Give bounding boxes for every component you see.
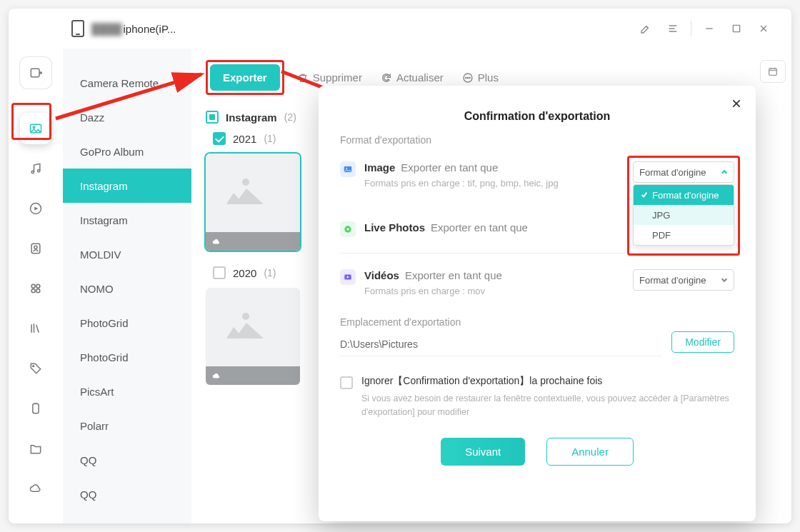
export-button[interactable]: Exporter — [210, 64, 280, 91]
svg-rect-19 — [769, 69, 777, 75]
rail-tag-icon[interactable] — [20, 353, 51, 384]
calendar-button[interactable] — [760, 60, 786, 83]
album-item-photogrid-2[interactable]: PhotoGrid — [63, 340, 191, 374]
album-item-qq-2[interactable]: QQ — [63, 477, 191, 511]
option-label: PDF — [652, 230, 671, 241]
dropdown-option-origin[interactable]: Format d'origine — [634, 185, 734, 205]
rail-cloud-icon[interactable] — [20, 473, 51, 504]
album-label: PhotoGrid — [80, 317, 129, 329]
delete-button[interactable]: Supprimer — [291, 67, 368, 88]
export-confirmation-dialog: Confirmation d'exportation Format d'expo… — [319, 86, 756, 521]
close-dialog-button[interactable] — [727, 94, 746, 113]
thumbnail-image — [206, 288, 300, 366]
image-format-dropdown[interactable]: Format d'origine — [633, 161, 734, 183]
album-item-picsart[interactable]: PicsArt — [63, 374, 191, 408]
modify-location-button[interactable]: Modifier — [671, 331, 734, 353]
album-item-polarr[interactable]: Polarr — [63, 408, 191, 443]
svg-point-5 — [38, 170, 40, 172]
video-icon — [340, 269, 356, 285]
svg-point-16 — [465, 77, 466, 78]
maximize-button[interactable] — [723, 15, 750, 42]
thumbnail-cloud-badge — [206, 366, 300, 385]
group-title: Instagram — [226, 111, 277, 124]
album-label: PicsArt — [80, 386, 114, 398]
checkbox-indeterminate[interactable] — [206, 111, 219, 124]
album-item-instagram-selected[interactable]: Instagram — [63, 169, 191, 203]
photo-thumbnail-selected[interactable] — [206, 154, 300, 251]
year-count: (1) — [264, 267, 276, 278]
titlebar: ████iphone(iP... — [9, 9, 791, 49]
image-format-dropdown-menu: Format d'origine JPG PDF — [633, 184, 734, 246]
minimize-button[interactable] — [696, 15, 723, 42]
image-icon — [340, 161, 356, 177]
album-list: Camera Remote Dazz GoPro Album Instagram… — [63, 49, 191, 523]
album-label: QQ — [80, 454, 96, 466]
next-button[interactable]: Suivant — [441, 438, 525, 466]
album-item-dazz[interactable]: Dazz — [63, 100, 191, 134]
rail-photos-icon[interactable] — [20, 113, 51, 144]
dropdown-selected-label: Format d'origine — [639, 167, 706, 178]
list-icon[interactable] — [659, 15, 686, 42]
device-name-hidden: ████ — [91, 23, 122, 35]
rail-storage-icon[interactable] — [20, 393, 51, 424]
year-label: 2021 — [233, 133, 256, 145]
rail-back-icon[interactable] — [20, 57, 51, 89]
svg-point-12 — [36, 289, 40, 293]
rail-apps-icon[interactable] — [20, 273, 51, 304]
phone-icon — [71, 20, 84, 37]
image-row-title: ImageExporter en tant que — [364, 161, 624, 174]
rail-books-icon[interactable] — [20, 313, 51, 344]
dropdown-option-pdf[interactable]: PDF — [634, 225, 734, 245]
svg-rect-0 — [733, 25, 739, 31]
album-item-nomo[interactable]: NOMO — [63, 271, 191, 306]
cancel-button[interactable]: Annuler — [546, 438, 634, 466]
close-window-button[interactable] — [750, 15, 777, 42]
video-format-dropdown[interactable]: Format d'origine — [633, 269, 734, 291]
device-name: ████iphone(iP... — [91, 23, 176, 35]
album-item-gopro[interactable]: GoPro Album — [63, 134, 191, 169]
album-label: GoPro Album — [80, 146, 144, 158]
album-label: Instagram — [80, 214, 128, 226]
more-button[interactable]: Plus — [456, 67, 504, 88]
dialog-title: Confirmation d'exportation — [340, 110, 734, 123]
rail-video-icon[interactable] — [20, 193, 51, 224]
ignore-checkbox[interactable] — [340, 376, 353, 389]
checkbox-checked[interactable] — [213, 132, 226, 145]
image-row-hint: Formats pris en charge : tif, png, bmp, … — [364, 178, 624, 189]
divider — [691, 21, 691, 36]
location-section-label: Emplacement d'exportation — [340, 316, 734, 328]
export-location-input[interactable] — [340, 332, 661, 356]
year-label: 2020 — [233, 267, 256, 279]
dropdown-selected-label: Format d'origine — [639, 275, 706, 286]
album-item-qq-1[interactable]: QQ — [63, 443, 191, 477]
nav-rail — [9, 49, 63, 523]
svg-point-17 — [467, 77, 468, 78]
format-row-video: VidéosExporter en tant que Formats pris … — [340, 269, 734, 296]
refresh-label: Actualiser — [396, 71, 444, 84]
rail-music-icon[interactable] — [20, 153, 51, 184]
album-label: Dazz — [80, 111, 104, 124]
option-label: Format d'origine — [652, 190, 719, 201]
svg-point-13 — [33, 366, 34, 367]
album-item-photogrid-1[interactable]: PhotoGrid — [63, 306, 191, 340]
refresh-button[interactable]: Actualiser — [375, 67, 449, 88]
thumbnail-image — [206, 154, 300, 232]
rail-files-icon[interactable] — [20, 433, 51, 464]
album-item-moldiv[interactable]: MOLDIV — [63, 237, 191, 271]
album-label: Instagram — [80, 180, 128, 192]
album-item-instagram-2[interactable]: Instagram — [63, 203, 191, 237]
photo-thumbnail[interactable] — [206, 288, 300, 385]
ignore-confirmation-row: Ignorer【Confirmation d'exportation】la pr… — [340, 375, 734, 419]
live-photos-icon — [340, 221, 356, 237]
svg-point-8 — [34, 246, 37, 249]
checkbox-unchecked[interactable] — [213, 266, 226, 279]
album-item-camera-remote[interactable]: Camera Remote — [63, 66, 191, 100]
delete-label: Supprimer — [313, 71, 362, 84]
edit-icon[interactable] — [632, 15, 659, 42]
svg-point-3 — [33, 126, 35, 129]
svg-point-10 — [36, 284, 40, 288]
dropdown-option-jpg[interactable]: JPG — [634, 205, 734, 225]
svg-point-4 — [31, 171, 34, 173]
rail-contacts-icon[interactable] — [20, 233, 51, 264]
ignore-hint: Si vous avez besoin de restaurer la fenê… — [361, 392, 734, 419]
